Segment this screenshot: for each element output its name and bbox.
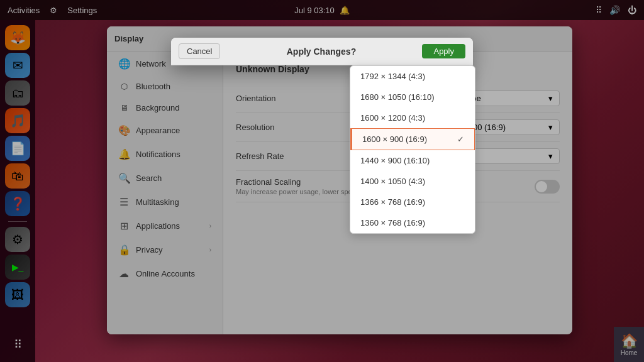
checkmark-icon: ✓ <box>457 134 464 144</box>
apply-changes-dialog: Cancel Apply Changes? Apply 1792 × 1344 … <box>171 38 473 65</box>
dropdown-item-label-4: 1440 × 900 (16:10) <box>360 156 430 165</box>
dropdown-item-0[interactable]: 1792 × 1344 (4:3) <box>350 66 475 87</box>
dropdown-item-label-7: 1360 × 768 (16:9) <box>360 218 425 228</box>
dropdown-item-label-2: 1600 × 1200 (4:3) <box>360 113 425 123</box>
apply-button[interactable]: Apply <box>422 44 465 58</box>
dropdown-item-label-3: 1600 × 900 (16:9) <box>362 134 427 144</box>
dropdown-item-7[interactable]: 1360 × 768 (16:9) <box>350 212 475 233</box>
dropdown-item-1[interactable]: 1680 × 1050 (16:10) <box>350 87 475 107</box>
dropdown-item-label-1: 1680 × 1050 (16:10) <box>360 92 434 102</box>
dialog-title: Apply Changes? <box>220 47 422 57</box>
dropdown-item-3[interactable]: 1600 × 900 (16:9) ✓ <box>350 128 475 150</box>
resolution-dropdown-menu: 1792 × 1344 (4:3) 1680 × 1050 (16:10) 16… <box>350 65 475 234</box>
dropdown-item-label-5: 1400 × 1050 (4:3) <box>360 177 425 186</box>
dropdown-item-5[interactable]: 1400 × 1050 (4:3) <box>350 171 475 192</box>
dialog-overlay: Cancel Apply Changes? Apply 1792 × 1344 … <box>0 0 644 362</box>
dropdown-item-2[interactable]: 1600 × 1200 (4:3) <box>350 107 475 128</box>
dropdown-item-label-6: 1366 × 768 (16:9) <box>360 197 425 207</box>
cancel-button[interactable]: Cancel <box>179 43 220 59</box>
dropdown-item-4[interactable]: 1440 × 900 (16:10) <box>350 150 475 171</box>
dialog-titlebar: Cancel Apply Changes? Apply <box>171 38 473 65</box>
dropdown-item-6[interactable]: 1366 × 768 (16:9) <box>350 192 475 212</box>
dropdown-item-label-0: 1792 × 1344 (4:3) <box>360 72 425 81</box>
